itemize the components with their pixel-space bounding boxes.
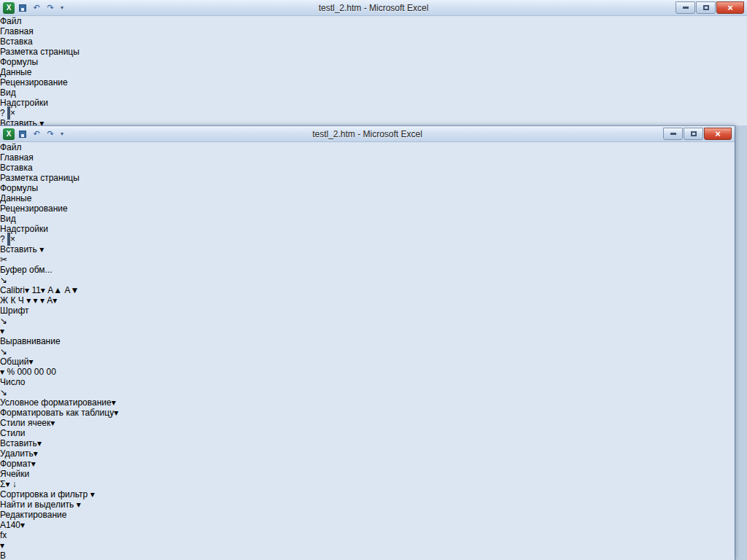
workbook-close-icon[interactable]: × [10,108,15,118]
font-color-button[interactable]: А▾ [47,295,57,306]
close-button[interactable]: × [704,128,732,140]
minimize-button[interactable] [676,1,695,14]
tab-home[interactable]: Главная [0,152,735,163]
name-box[interactable]: A140▾ [0,520,735,530]
close-button[interactable]: × [716,1,744,14]
undo-icon[interactable]: ↶ [31,128,42,140]
save-icon[interactable] [17,128,28,140]
tab-data[interactable]: Данные [0,67,747,77]
tab-page-layout[interactable]: Разметка страницы [0,173,735,183]
tab-file[interactable]: Файл [0,142,735,152]
editing-group-label: Редактирование [0,510,735,520]
number-format-select[interactable]: Общий▾ [0,357,34,367]
dialog-launcher-icon[interactable]: ↘ [0,316,7,326]
window-title: testl_2.htm - Microsoft Excel [0,129,735,139]
paste-button[interactable]: Вставить ▾ [0,118,747,125]
minimize-icon [683,7,689,9]
tab-view[interactable]: Вид [0,214,735,224]
tab-file[interactable]: Файл [0,16,747,26]
undo-icon[interactable]: ↶ [31,2,42,14]
alignment-group: ▾ Выравнивание ↘ [0,326,735,357]
tab-formulas[interactable]: Формулы [0,57,747,67]
font-size-select[interactable]: 11▾ [31,285,45,295]
paste-label: Вставить [0,244,37,254]
excel-window-foreground: X ↶ ↷ ▾ testl_2.htm - Microsoft Excel × … [0,125,735,560]
insert-cells-button[interactable]: Вставить▾ [0,438,735,448]
window-controls: × [662,128,735,140]
chevron-down-icon[interactable]: ▾ [26,295,31,306]
insert-function-button[interactable]: fx [0,530,735,540]
italic-button[interactable]: К [10,295,15,306]
conditional-formatting-button[interactable]: Условное форматирование▾ [0,397,735,408]
workbook-close-icon[interactable]: × [10,234,15,244]
borders-button[interactable]: ▾ [34,295,38,306]
fill-button[interactable]: ↓ [12,479,17,489]
maximize-button[interactable] [696,1,716,14]
name-box-dropdown-icon[interactable]: ▾ [20,520,25,530]
sort-filter-button[interactable]: Сортировка и фильтр ▾ [0,489,735,499]
number-group: Общий▾ ▾ % 000 00 00 Число ↘ [0,357,735,397]
tabstrip-right-controls: ? × [0,108,747,118]
tab-home[interactable]: Главная [0,26,747,36]
chevron-down-icon: ▾ [90,489,95,499]
merge-center-button[interactable]: ▾ [0,326,4,336]
grow-font-button[interactable]: А▲ [47,285,62,295]
cut-icon[interactable]: ✂ [0,254,7,265]
minimize-button[interactable] [663,128,683,140]
tab-page-layout[interactable]: Разметка страницы [0,47,747,57]
maximize-button[interactable] [684,128,703,140]
dialog-launcher-icon[interactable]: ↘ [0,346,7,357]
percent-style-button[interactable]: % [7,367,15,377]
fill-color-button[interactable]: ▾ [40,295,44,306]
tab-addins[interactable]: Надстройки [0,98,747,108]
tab-insert[interactable]: Вставка [0,163,735,173]
format-as-table-button[interactable]: Форматировать как таблицу▾ [0,408,735,418]
find-select-button[interactable]: Найти и выделить ▾ [0,499,735,510]
alignment-group-label: Выравнивание [0,336,735,346]
qat-dropdown-icon[interactable]: ▾ [58,2,66,14]
tab-addins[interactable]: Надстройки [0,224,735,234]
up-arrow-icon: ▲ [53,285,62,295]
close-icon: × [727,3,733,12]
letter-glyph: А [64,285,70,295]
underline-button[interactable]: Ч [18,295,24,306]
chevron-down-icon: ▾ [40,295,44,306]
currency-format-button[interactable]: ▾ [0,367,4,377]
tab-review[interactable]: Рецензирование [0,77,747,88]
redo-icon[interactable]: ↷ [44,128,56,140]
redo-icon[interactable]: ↷ [44,2,56,14]
dialog-launcher-icon[interactable]: ↘ [0,275,7,285]
cell-styles-button[interactable]: Стили ячеек▾ [0,418,735,428]
autosum-button[interactable]: Σ▾ [0,479,9,489]
tab-formulas[interactable]: Формулы [0,183,735,193]
titlebar[interactable]: X ↶ ↷ ▾ testl_2.htm - Microsoft Excel × [0,126,735,142]
tab-insert[interactable]: Вставка [0,36,747,47]
cell-styles-label: Стили ячеек [0,418,50,428]
formula-expand-icon[interactable]: ▾ [0,540,735,551]
increase-decimal-button[interactable]: 00 [34,367,44,377]
format-cells-button[interactable]: Формат▾ [0,459,735,469]
column-header-B[interactable]: B [0,551,13,560]
bold-button[interactable]: Ж [0,295,8,306]
tab-review[interactable]: Рецензирование [0,203,735,214]
shrink-font-button[interactable]: А▼ [64,285,79,295]
delete-cells-button[interactable]: Удалить▾ [0,448,735,459]
close-icon: × [715,129,721,139]
chevron-down-icon: ▾ [114,408,118,418]
comma-style-button[interactable]: 000 [17,367,31,377]
titlebar[interactable]: X ↶ ↷ ▾ testl_2.htm - Microsoft Excel × [0,0,747,16]
chevron-down-icon: ▾ [37,438,42,448]
help-icon[interactable]: ? [0,108,5,118]
qat-dropdown-icon[interactable]: ▾ [58,128,66,140]
tab-view[interactable]: Вид [0,88,747,98]
excel-app-icon[interactable]: X [3,128,15,140]
save-icon[interactable] [17,2,28,14]
dialog-launcher-icon[interactable]: ↘ [0,387,7,397]
decrease-decimal-button[interactable]: 00 [46,367,55,377]
paste-button[interactable]: Вставить ▾ [0,244,735,254]
excel-app-icon[interactable]: X [3,2,15,14]
font-name-select[interactable]: Calibri▾ [0,285,29,295]
tab-data[interactable]: Данные [0,193,735,203]
clipboard-group-label: Буфер обм... [0,265,735,275]
help-icon[interactable]: ? [0,234,5,244]
